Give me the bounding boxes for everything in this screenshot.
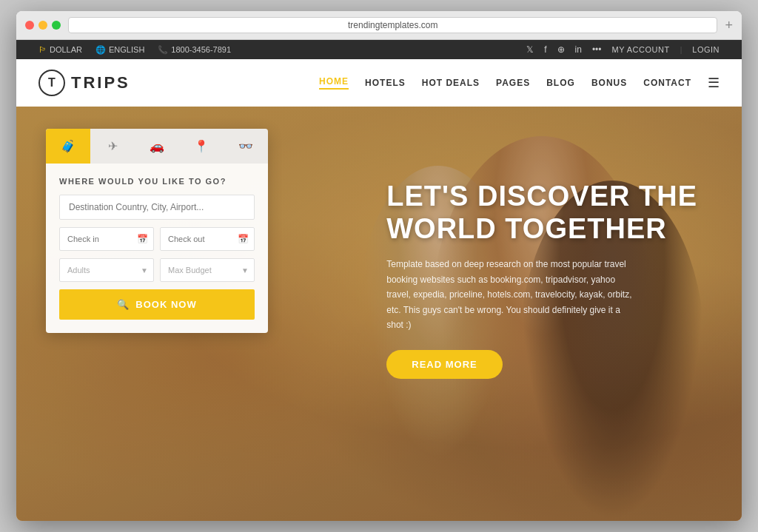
destination-input[interactable] [59, 195, 255, 220]
nav-pages[interactable]: PAGES [496, 78, 530, 88]
checkout-calendar-icon: 📅 [238, 234, 249, 244]
minimize-btn[interactable] [38, 21, 47, 30]
nav-links: HOME HOTELS HOT DEALS PAGES BLOG BONUS C… [319, 75, 720, 91]
top-bar-left: 🏳 DOLLAR 🌐 ENGLISH 📞 1800-3456-7891 [38, 45, 231, 55]
booking-body: WHERE WOULD YOU LIKE TO GO? 📅 📅 [46, 164, 268, 333]
booking-widget: 🧳 ✈ 🚗 📍 👓 WHERE WOULD YOU LIKE TO GO? 📅 [46, 129, 268, 333]
facebook-icon[interactable]: f [544, 44, 546, 55]
adults-select[interactable]: Adults 1 2 3 4 5+ [59, 258, 154, 282]
flag-icon: 🏳 [38, 45, 47, 54]
nav-contact[interactable]: CONTACT [643, 78, 691, 88]
booking-tab-car[interactable]: 🚗 [135, 129, 179, 164]
book-now-button[interactable]: 🔍 BOOK NOW [59, 289, 255, 320]
booking-label: WHERE WOULD YOU LIKE TO GO? [59, 177, 255, 186]
booking-tab-tours[interactable]: 📍 [179, 129, 224, 164]
nav-blog[interactable]: BLOG [546, 78, 575, 88]
phone-item: 📞 1800-3456-7891 [158, 45, 231, 55]
address-bar[interactable]: trendingtemplates.com [68, 17, 717, 33]
twitter-icon[interactable]: 𝕏 [526, 44, 534, 55]
linkedin-icon[interactable]: in [575, 44, 582, 55]
currency-item[interactable]: 🏳 DOLLAR [38, 45, 82, 54]
website-content: 🏳 DOLLAR 🌐 ENGLISH 📞 1800-3456-7891 𝕏 f … [16, 40, 742, 521]
logo-circle: T [38, 70, 65, 96]
booking-tab-hotel[interactable]: 🧳 [46, 129, 90, 164]
globe-icon: 🌐 [95, 45, 106, 55]
hamburger-icon[interactable]: ☰ [708, 75, 720, 91]
read-more-label: READ MORE [412, 359, 477, 370]
browser-window: trendingtemplates.com + 🏳 DOLLAR 🌐 ENGLI… [16, 11, 742, 521]
new-tab-button[interactable]: + [725, 18, 733, 33]
more-icon[interactable]: ••• [592, 44, 602, 55]
maximize-btn[interactable] [52, 21, 61, 30]
nav-home[interactable]: HOME [319, 76, 349, 90]
language-item[interactable]: 🌐 ENGLISH [95, 45, 144, 55]
phone-number: 1800-3456-7891 [171, 45, 231, 54]
close-btn[interactable] [25, 21, 34, 30]
hero-description: Template based on deep research on the m… [386, 257, 638, 332]
top-bar: 🏳 DOLLAR 🌐 ENGLISH 📞 1800-3456-7891 𝕏 f … [16, 40, 742, 59]
browser-chrome: trendingtemplates.com + [16, 11, 742, 40]
search-icon: 🔍 [117, 299, 130, 310]
my-account-link[interactable]: MY ACCOUNT [612, 45, 670, 54]
nav-bonus[interactable]: BONUS [591, 78, 627, 88]
logo[interactable]: T TRIPs [38, 70, 130, 96]
nav-hot-deals[interactable]: HOT DEALS [422, 78, 480, 88]
language-label: ENGLISH [109, 45, 144, 54]
phone-icon: 📞 [158, 45, 168, 55]
main-nav: T TRIPs HOME HOTELS HOT DEALS PAGES BLOG… [16, 59, 742, 107]
logo-text: TRIPs [71, 73, 130, 92]
currency-label: DOLLAR [50, 45, 82, 54]
book-btn-label: BOOK NOW [135, 299, 196, 310]
separator: | [680, 46, 682, 54]
checkout-item: 📅 [160, 227, 255, 251]
hero-title: LET'S DISCOVER THE WORLD TOGETHER [386, 181, 697, 245]
top-bar-right: 𝕏 f ⊕ in ••• MY ACCOUNT | LOGIN [526, 44, 720, 55]
booking-tab-flight[interactable]: ✈ [90, 129, 135, 164]
login-link[interactable]: LOGIN [692, 45, 720, 54]
hero-content: LET'S DISCOVER THE WORLD TOGETHER Templa… [386, 181, 697, 379]
checkin-item: 📅 [59, 227, 154, 251]
nav-hotels[interactable]: HOTELS [365, 78, 406, 88]
options-row: Adults 1 2 3 4 5+ ▼ Max Budget [59, 258, 255, 282]
checkin-calendar-icon: 📅 [137, 234, 148, 244]
web-icon[interactable]: ⊕ [557, 44, 565, 55]
budget-select-wrapper: Max Budget $500 $1000 $2000 $5000 No Lim… [160, 258, 255, 282]
booking-tab-activities[interactable]: 👓 [224, 129, 268, 164]
date-row: 📅 📅 [59, 227, 255, 251]
budget-select[interactable]: Max Budget $500 $1000 $2000 $5000 No Lim… [160, 258, 255, 282]
browser-buttons [25, 21, 61, 30]
adults-select-wrapper: Adults 1 2 3 4 5+ ▼ [59, 258, 154, 282]
booking-tabs: 🧳 ✈ 🚗 📍 👓 [46, 129, 268, 164]
hero-section: 🧳 ✈ 🚗 📍 👓 WHERE WOULD YOU LIKE TO GO? 📅 [16, 107, 742, 521]
hero-title-line1: LET'S DISCOVER THE [386, 181, 697, 212]
hero-title-line2: WORLD TOGETHER [386, 213, 667, 244]
read-more-button[interactable]: READ MORE [386, 350, 502, 379]
